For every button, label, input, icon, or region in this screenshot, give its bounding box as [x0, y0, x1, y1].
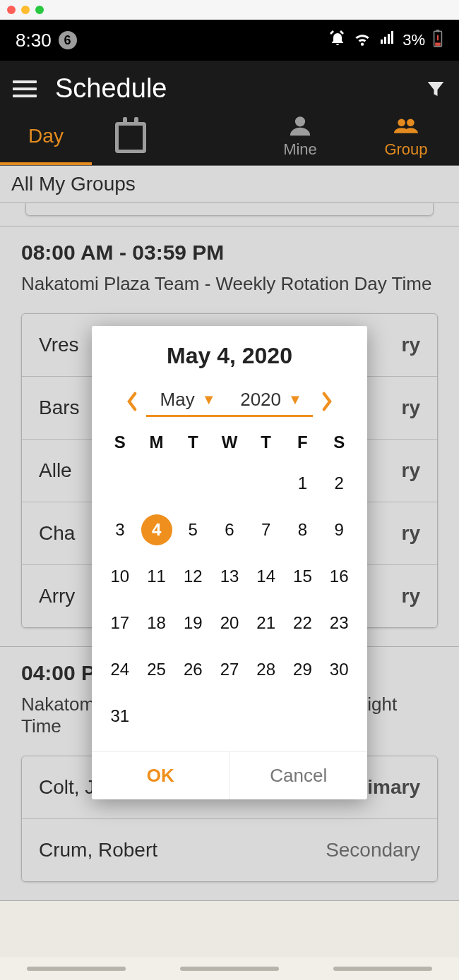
calendar-day[interactable]: 8 — [285, 509, 321, 551]
view-tabs: Day Mine Group — [0, 109, 459, 166]
alarm-icon — [329, 30, 346, 51]
calendar-day[interactable]: 25 — [138, 648, 175, 691]
previous-block-card — [25, 203, 434, 216]
svg-point-5 — [398, 119, 405, 126]
calendar-day[interactable]: 9 — [321, 509, 357, 551]
nav-recent[interactable] — [333, 967, 432, 971]
calendar-day[interactable]: 31 — [102, 695, 138, 737]
calendar-grid: SMTWTFS123456789101112131415161718192021… — [92, 423, 367, 744]
weekday-header: F — [285, 427, 321, 458]
person-name: Cha — [39, 522, 75, 545]
team-label: Nakatomi Plaza Team - Weekly Rotation Da… — [21, 273, 438, 295]
calendar-day[interactable]: 1 — [285, 462, 321, 504]
page-title: Schedule — [55, 73, 407, 104]
caret-down-icon: ▼ — [288, 392, 302, 408]
svg-rect-1 — [436, 30, 439, 32]
calendar-day[interactable]: 5 — [174, 509, 211, 551]
year-select[interactable]: 2020 ▼ — [230, 386, 313, 417]
calendar-day[interactable]: 10 — [102, 555, 138, 598]
calendar-day[interactable]: 12 — [174, 555, 211, 598]
calendar-day[interactable]: 26 — [174, 648, 211, 691]
calendar-day[interactable]: 21 — [248, 602, 285, 644]
caret-down-icon: ▼ — [202, 392, 216, 408]
macos-zoom-icon[interactable] — [35, 6, 44, 14]
macos-minimize-icon[interactable] — [21, 6, 30, 14]
menu-icon[interactable] — [13, 76, 37, 102]
calendar-day[interactable]: 20 — [211, 602, 248, 644]
calendar-day[interactable]: 6 — [211, 509, 248, 551]
weekday-header: S — [321, 427, 357, 458]
calendar-day[interactable]: 13 — [211, 555, 248, 598]
next-month-button[interactable] — [318, 393, 335, 410]
tab-group-label: Group — [384, 140, 427, 159]
calendar-icon — [115, 122, 146, 153]
date-picker-title: May 4, 2020 — [92, 326, 367, 376]
battery-icon — [432, 29, 443, 52]
calendar-day[interactable]: 3 — [102, 509, 138, 551]
calendar-day[interactable]: 11 — [138, 555, 175, 598]
person-name: Alle — [39, 459, 72, 482]
weekday-header: T — [248, 427, 285, 458]
date-picker-modal: May 4, 2020 May ▼ 2020 ▼ SMTWTFS12345678… — [92, 326, 367, 799]
signal-icon — [378, 30, 395, 51]
weekday-header: W — [211, 427, 248, 458]
svg-point-6 — [407, 119, 415, 126]
calendar-day[interactable]: 15 — [285, 555, 321, 598]
calendar-day[interactable]: 19 — [174, 602, 211, 644]
calendar-day[interactable]: 14 — [248, 555, 285, 598]
android-nav-bar — [0, 957, 459, 980]
time-range: 08:00 AM - 03:59 PM — [21, 241, 438, 265]
nav-home[interactable] — [180, 967, 279, 971]
person-role: ry — [402, 522, 420, 545]
person-role: ry — [402, 459, 420, 482]
macos-window-chrome — [0, 0, 459, 20]
cancel-button[interactable]: Cancel — [230, 752, 368, 799]
svg-point-4 — [295, 116, 305, 126]
person-role: ry — [402, 585, 420, 607]
person-icon — [288, 114, 312, 138]
calendar-day[interactable]: 4 — [138, 509, 175, 551]
macos-close-icon[interactable] — [7, 6, 16, 14]
calendar-day[interactable]: 27 — [211, 648, 248, 691]
status-time: 8:30 — [16, 30, 52, 52]
calendar-day[interactable]: 23 — [321, 602, 357, 644]
svg-rect-3 — [437, 35, 439, 41]
group-filter-label[interactable]: All My Groups — [0, 166, 459, 203]
filter-icon[interactable] — [425, 78, 446, 99]
android-status-bar: 8:30 6 3% — [0, 20, 459, 61]
tab-calendar[interactable] — [92, 109, 169, 165]
calendar-day[interactable]: 29 — [285, 648, 321, 691]
tab-mine[interactable]: Mine — [247, 109, 353, 165]
svg-rect-2 — [435, 43, 441, 46]
calendar-day[interactable]: 7 — [248, 509, 285, 551]
prev-month-button[interactable] — [124, 393, 141, 410]
person-name: Bars — [39, 397, 80, 419]
ok-button[interactable]: OK — [92, 752, 230, 799]
calendar-day[interactable]: 17 — [102, 602, 138, 644]
calendar-day[interactable]: 2 — [321, 462, 357, 504]
tab-mine-label: Mine — [283, 140, 317, 159]
calendar-day[interactable]: 22 — [285, 602, 321, 644]
weekday-header: M — [138, 427, 175, 458]
roster-row[interactable]: Crum, RobertSecondary — [22, 819, 437, 881]
calendar-day[interactable]: 28 — [248, 648, 285, 691]
calendar-day[interactable]: 24 — [102, 648, 138, 691]
year-label: 2020 — [240, 389, 281, 411]
weekday-header: T — [174, 427, 211, 458]
wifi-icon — [353, 29, 371, 52]
month-label: May — [160, 389, 195, 411]
person-role: Secondary — [326, 839, 420, 861]
tab-group[interactable]: Group — [353, 109, 459, 165]
calendar-day[interactable]: 18 — [138, 602, 175, 644]
person-role: ry — [402, 397, 420, 419]
nav-back[interactable] — [27, 967, 126, 971]
app-header: Schedule — [0, 61, 459, 109]
battery-percent: 3% — [403, 31, 425, 49]
calendar-day[interactable]: 30 — [321, 648, 357, 691]
person-name: Crum, Robert — [39, 839, 157, 861]
weekday-header: S — [102, 427, 138, 458]
tab-day[interactable]: Day — [0, 109, 92, 165]
group-icon — [394, 114, 418, 138]
month-select[interactable]: May ▼ — [146, 386, 230, 417]
calendar-day[interactable]: 16 — [321, 555, 357, 598]
